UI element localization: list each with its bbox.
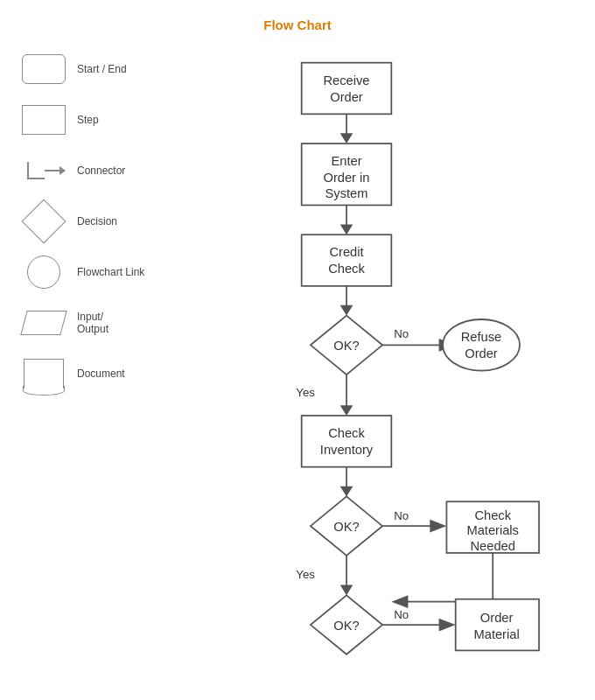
legend-label-step: Step	[77, 114, 99, 126]
svg-rect-11	[302, 234, 392, 286]
svg-text:Enter: Enter	[331, 154, 361, 168]
svg-marker-10	[340, 224, 354, 234]
svg-text:Order in: Order in	[324, 171, 370, 185]
page-title: Flow Chart	[18, 18, 578, 32]
svg-text:No: No	[394, 608, 409, 621]
legend-item-step: Step	[18, 101, 184, 139]
connector-shape	[18, 151, 70, 190]
document-shape	[18, 354, 70, 393]
svg-marker-39	[430, 520, 446, 533]
legend-item-connector: Connector	[18, 151, 184, 190]
svg-text:Check: Check	[328, 262, 365, 276]
svg-text:Receive: Receive	[324, 74, 370, 88]
svg-text:System: System	[326, 186, 368, 200]
svg-text:OK?: OK?	[333, 619, 359, 633]
svg-text:Yes: Yes	[296, 386, 315, 399]
legend-panel: Start / End Step	[18, 50, 184, 700]
svg-marker-20	[340, 405, 354, 416]
svg-text:Order: Order	[480, 611, 514, 625]
legend-label-start-end: Start / End	[77, 63, 127, 75]
svg-rect-27	[302, 416, 392, 467]
svg-text:Refuse: Refuse	[461, 330, 501, 344]
legend-label-connector: Connector	[77, 164, 125, 177]
legend-item-flowchart-link: Flowchart Link	[18, 253, 184, 291]
legend-label-input-output: Input/Output	[77, 311, 108, 335]
svg-point-24	[443, 319, 520, 371]
svg-marker-31	[340, 486, 354, 497]
svg-marker-51	[439, 619, 456, 632]
svg-marker-36	[340, 585, 354, 596]
svg-text:Order: Order	[465, 346, 498, 360]
svg-text:Materials: Materials	[466, 523, 518, 537]
svg-text:Credit: Credit	[329, 245, 363, 259]
legend-item-decision: Decision	[18, 202, 184, 241]
svg-marker-4	[340, 133, 354, 144]
legend-item-start-end: Start / End	[18, 50, 184, 88]
svg-text:Material: Material	[474, 627, 520, 641]
legend-item-input-output: Input/Output	[18, 304, 184, 342]
svg-text:No: No	[394, 327, 409, 340]
svg-text:No: No	[394, 509, 409, 522]
svg-marker-46	[391, 595, 408, 608]
svg-rect-0	[302, 63, 392, 115]
svg-text:Needed: Needed	[471, 539, 515, 553]
legend-label-flowchart-link: Flowchart Link	[77, 266, 144, 278]
input-output-shape	[18, 304, 70, 342]
start-end-shape	[18, 50, 70, 88]
legend-item-document: Document	[18, 354, 184, 393]
svg-text:OK?: OK?	[333, 339, 359, 353]
svg-text:Inventory: Inventory	[320, 443, 374, 457]
flowchart-link-shape	[18, 253, 70, 291]
legend-label-decision: Decision	[77, 215, 117, 228]
svg-text:OK?: OK?	[333, 520, 359, 534]
svg-text:Check: Check	[328, 426, 365, 440]
svg-text:Order: Order	[330, 90, 363, 104]
step-shape	[18, 101, 70, 139]
flowchart-panel: Receive Order Enter Order in System Cred…	[192, 50, 578, 700]
svg-text:Check: Check	[474, 508, 511, 522]
svg-text:Yes: Yes	[296, 568, 315, 581]
svg-marker-15	[340, 305, 354, 316]
legend-label-document: Document	[77, 368, 125, 380]
decision-shape	[18, 202, 70, 241]
